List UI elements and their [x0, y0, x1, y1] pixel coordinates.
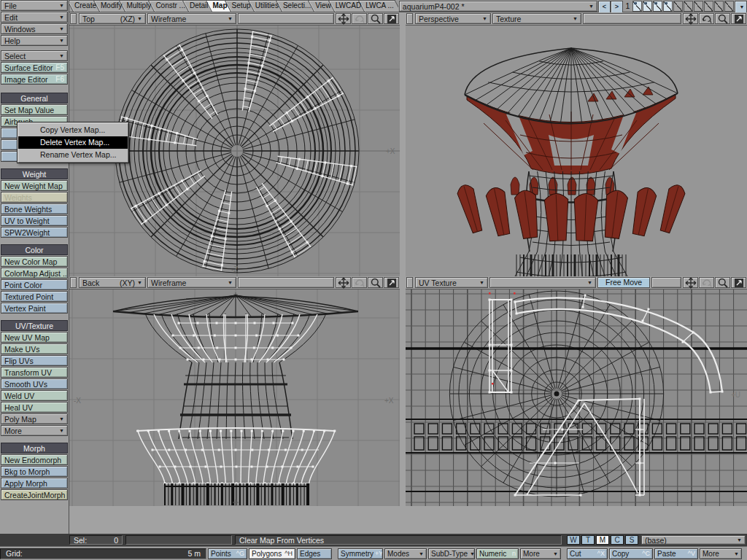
uv-more-dropdown[interactable]: More▼	[1, 425, 68, 436]
layer-cell[interactable]	[724, 1, 734, 12]
point-color-button[interactable]: Point Color	[1, 279, 68, 290]
view-type-dropdown[interactable]: Back(XY)▼	[79, 277, 146, 288]
uv-map-dropdown[interactable]: ▼	[489, 277, 596, 288]
view-type-dropdown[interactable]: Top(XZ)▼	[79, 13, 146, 24]
points-mode-button[interactable]: Points^G	[208, 548, 247, 559]
maximize-viewport-button[interactable]	[384, 277, 399, 288]
maximize-viewport-button[interactable]	[731, 277, 746, 288]
perspective-viewport-canvas[interactable]	[406, 26, 747, 276]
zoom-button[interactable]	[715, 277, 730, 288]
colormap-adjust-button[interactable]: ColorMap Adjust ...	[1, 268, 68, 279]
next-layer-button[interactable]: >	[611, 1, 623, 13]
texture-map-type-button[interactable]: T	[581, 535, 595, 545]
vertex-map-selector[interactable]: (base)▼	[641, 535, 746, 545]
back-viewport-canvas[interactable]: -X+X	[69, 289, 400, 506]
zoom-button[interactable]	[368, 277, 383, 288]
make-uvs-button[interactable]: Make UVs	[1, 343, 68, 354]
windows-menu-button[interactable]: Windows▼	[1, 23, 68, 34]
rotate-button[interactable]	[352, 277, 367, 288]
tab-lwcad[interactable]: LWCAD	[331, 0, 365, 12]
viewport-divider[interactable]	[400, 12, 406, 276]
menu-item-rename-vertex-map[interactable]: Rename Vertex Map...	[18, 149, 128, 161]
menu-item-copy-vertex-map[interactable]: Copy Vertex Map...	[18, 124, 128, 136]
maximize-viewport-button[interactable]	[731, 13, 746, 24]
layer-cell[interactable]	[714, 1, 724, 12]
tab-construct[interactable]: Constr ...	[151, 0, 190, 12]
pan-button[interactable]	[336, 13, 351, 24]
transform-uv-button[interactable]: Transform UV	[1, 367, 68, 378]
viewport-divider[interactable]	[400, 276, 406, 506]
new-endomorph-button[interactable]: New Endomorph	[1, 454, 68, 465]
spw2weight-button[interactable]: SPW2Weight	[1, 227, 68, 238]
render-mode-dropdown[interactable]: Wireframe▼	[147, 13, 236, 24]
pan-button[interactable]	[683, 13, 698, 24]
view-type-dropdown[interactable]: Perspective▼	[415, 13, 491, 24]
bkg-to-morph-button[interactable]: Bkg to Morph	[1, 466, 68, 477]
render-mode-dropdown[interactable]: Texture▼	[492, 13, 581, 24]
layer-cell[interactable]	[663, 1, 673, 12]
rotate-button[interactable]	[699, 277, 714, 288]
weld-uv-button[interactable]: Weld UV	[1, 390, 68, 401]
layer-cell[interactable]	[704, 1, 713, 12]
uv-to-weight-button[interactable]: UV to Weight	[1, 215, 68, 226]
layer-cell[interactable]	[684, 1, 693, 12]
viewport-handle[interactable]	[406, 13, 413, 24]
file-menu-button[interactable]: File▼	[1, 0, 68, 11]
textured-point-button[interactable]: Textured Point	[1, 291, 68, 302]
layer-cell[interactable]	[694, 1, 703, 12]
viewport-handle[interactable]	[70, 277, 77, 288]
set-map-value-button[interactable]: Set Map Value	[1, 104, 68, 115]
viewport-extra-dropdown[interactable]	[651, 277, 681, 288]
paste-button[interactable]: Paste^V	[654, 548, 698, 559]
uv-viewport-canvas[interactable]: +U	[406, 289, 747, 506]
selection-map-type-button[interactable]: S	[625, 535, 638, 545]
tab-lwcad2[interactable]: LWCA ...	[361, 0, 398, 12]
more-dropdown[interactable]: More▼	[520, 548, 561, 559]
layer-cell[interactable]	[632, 1, 642, 12]
viewport-handle[interactable]	[70, 13, 77, 24]
prev-layer-button[interactable]: <	[598, 1, 611, 13]
tab-selection[interactable]: Selecti...	[279, 0, 315, 12]
viewport-extra-dropdown[interactable]	[238, 13, 334, 24]
help-menu-button[interactable]: Help▼	[1, 35, 68, 46]
poly-map-dropdown[interactable]: Poly Map▼	[1, 413, 68, 424]
symmetry-button[interactable]: Symmetry+Y	[338, 548, 383, 559]
layer-options-dropdown[interactable]: ▼	[735, 1, 747, 13]
rotate-button[interactable]	[699, 13, 714, 24]
image-editor-button[interactable]: Image EditorF6	[1, 74, 68, 85]
new-color-map-button[interactable]: New Color Map	[1, 256, 68, 267]
morph-map-type-button[interactable]: M	[596, 535, 609, 545]
apply-morph-button[interactable]: Apply Morph	[1, 478, 68, 489]
vertex-paint-button[interactable]: Vertex Paint	[1, 303, 68, 314]
menu-item-delete-vertex-map[interactable]: Delete Vertex Map...	[18, 136, 128, 149]
edit-menu-button[interactable]: Edit▼	[1, 12, 68, 23]
pan-button[interactable]	[336, 277, 351, 288]
maximize-viewport-button[interactable]	[384, 13, 399, 24]
surface-editor-button[interactable]: Surface EditorF5	[1, 62, 68, 73]
subd-type-dropdown[interactable]: SubD-Type▼	[428, 548, 475, 559]
new-weight-map-button[interactable]: New Weight Map	[1, 180, 68, 191]
zoom-button[interactable]	[368, 13, 383, 24]
pan-button[interactable]	[683, 277, 698, 288]
more-dropdown[interactable]: More▼	[700, 548, 742, 559]
viewport-handle[interactable]	[406, 277, 413, 288]
view-type-dropdown[interactable]: UV Texture▼	[415, 277, 488, 288]
cut-button[interactable]: Cut^X	[567, 548, 608, 559]
object-selector-dropdown[interactable]: aquariumP4-002 *▼	[399, 1, 597, 12]
render-mode-dropdown[interactable]: Wireframe▼	[147, 277, 236, 288]
zoom-button[interactable]	[715, 13, 730, 24]
color-map-type-button[interactable]: C	[611, 535, 624, 545]
rotate-button[interactable]	[352, 13, 367, 24]
smooth-uvs-button[interactable]: Smooth UVs	[1, 378, 68, 389]
layer-cell[interactable]	[673, 1, 683, 12]
layer-cell[interactable]	[643, 1, 652, 12]
viewport-extra-dropdown[interactable]	[583, 13, 681, 24]
edges-mode-button[interactable]: Edges	[297, 548, 332, 559]
modes-dropdown[interactable]: Modes▼	[384, 548, 427, 559]
layer-bank[interactable]	[632, 1, 735, 12]
bone-weights-button[interactable]: Bone Weights	[1, 203, 68, 214]
viewport-extra-dropdown[interactable]	[238, 277, 334, 288]
polygons-mode-button[interactable]: Polygons^H	[249, 548, 295, 559]
flip-uvs-button[interactable]: Flip UVs	[1, 355, 68, 366]
weight-map-type-button[interactable]: W	[567, 535, 580, 545]
